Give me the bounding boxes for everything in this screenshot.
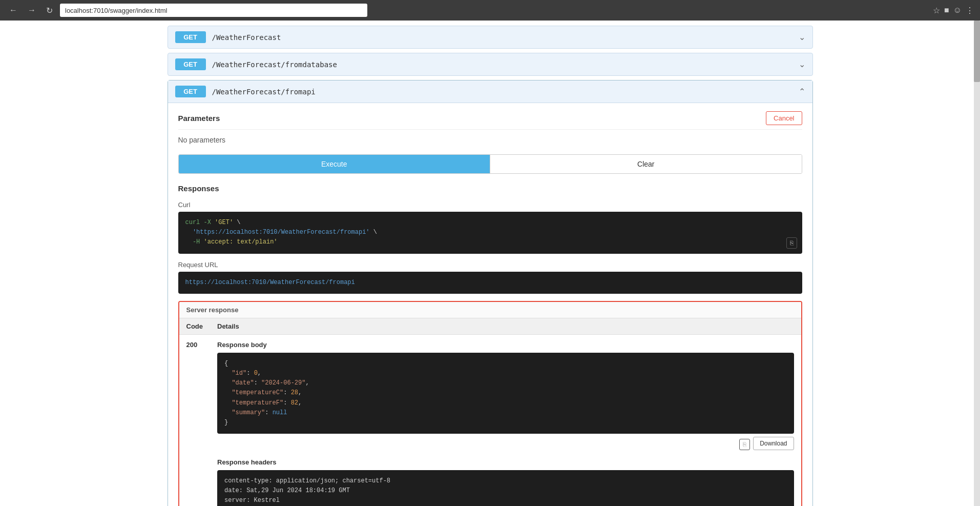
table-header-row: Code Details bbox=[179, 318, 801, 335]
reload-button[interactable]: ↻ bbox=[43, 4, 56, 17]
chevron-up-icon-3: ⌃ bbox=[799, 87, 805, 96]
endpoint-path-1: /WeatherForecast bbox=[212, 33, 281, 42]
json-line-6: "summary": null bbox=[224, 408, 787, 418]
endpoint-row-1: GET /WeatherForecast ⌄ bbox=[168, 26, 813, 49]
header-line-1: content-type: application/json; charset=… bbox=[224, 476, 787, 486]
response-table: Code Details 200 Response body bbox=[179, 318, 801, 506]
chevron-down-icon-2: ⌄ bbox=[799, 59, 805, 69]
endpoint-path-3: /WeatherForecast/fromapi bbox=[212, 88, 316, 96]
header-line-2: date: Sat,29 Jun 2024 18:04:19 GMT bbox=[224, 486, 787, 496]
back-button[interactable]: ← bbox=[6, 4, 20, 17]
details-col-header: Details bbox=[210, 318, 801, 335]
json-line-4: "temperatureC": 28, bbox=[224, 388, 787, 398]
request-url-section: Request URL https://localhost:7010/Weath… bbox=[178, 261, 802, 294]
bookmark-icon[interactable]: ☆ bbox=[933, 6, 940, 15]
curl-line-3: -H 'accept: text/plain' bbox=[185, 237, 795, 247]
profile-icon[interactable]: ☺ bbox=[953, 6, 962, 15]
endpoint-body-3: Parameters Cancel No parameters Execute … bbox=[168, 103, 812, 506]
method-badge-3: GET bbox=[175, 86, 206, 97]
forward-button[interactable]: → bbox=[25, 4, 39, 17]
scroll-thumb[interactable] bbox=[974, 21, 980, 82]
curl-code-block: curl -X 'GET' \ 'https://localhost:7010/… bbox=[178, 212, 802, 254]
server-response-label: Server response bbox=[179, 302, 801, 318]
method-badge-1: GET bbox=[175, 31, 206, 43]
endpoint-row-2: GET /WeatherForecast/fromdatabase ⌄ bbox=[168, 53, 813, 76]
action-buttons: Execute Clear bbox=[178, 154, 802, 174]
responses-title: Responses bbox=[178, 184, 802, 193]
parameters-section-header: Parameters Cancel bbox=[178, 111, 802, 130]
extensions-icon[interactable]: ■ bbox=[944, 6, 949, 15]
response-headers-label: Response headers bbox=[217, 458, 794, 466]
response-headers-block: content-type: application/json; charset=… bbox=[217, 470, 794, 506]
request-url-label: Request URL bbox=[178, 261, 802, 269]
response-code-cell: 200 bbox=[179, 334, 211, 506]
curl-line-2: 'https://localhost:7010/WeatherForecast/… bbox=[185, 228, 795, 237]
menu-icon[interactable]: ⋮ bbox=[966, 6, 974, 15]
responses-section: Responses Curl curl -X 'GET' \ 'https://… bbox=[178, 184, 802, 506]
download-button[interactable]: Download bbox=[753, 437, 794, 450]
scrollbar[interactable] bbox=[974, 21, 980, 506]
endpoint-header-left-2: GET /WeatherForecast/fromdatabase bbox=[175, 58, 337, 70]
code-col-header: Code bbox=[179, 318, 211, 335]
response-body-label: Response body bbox=[217, 341, 794, 349]
json-line-1: { bbox=[224, 359, 787, 369]
response-body-actions: ⎘ Download bbox=[217, 437, 794, 450]
endpoint-row-3-expanded: GET /WeatherForecast/fromapi ⌃ Parameter… bbox=[168, 80, 813, 506]
endpoint-path-2: /WeatherForecast/fromdatabase bbox=[212, 60, 337, 69]
response-details-cell: Response body { "id": 0, "date": "2024-0… bbox=[210, 334, 801, 506]
parameters-title: Parameters bbox=[178, 114, 220, 123]
table-row: 200 Response body { "id": 0, "date": "20… bbox=[179, 334, 801, 506]
endpoint-header-1[interactable]: GET /WeatherForecast ⌄ bbox=[168, 26, 812, 48]
json-line-7: } bbox=[224, 418, 787, 428]
swagger-container: GET /WeatherForecast ⌄ GET /WeatherForec… bbox=[157, 26, 823, 506]
curl-section: Curl curl -X 'GET' \ 'https://localhost:… bbox=[178, 201, 802, 254]
copy-curl-button[interactable]: ⎘ bbox=[786, 237, 797, 249]
endpoint-header-2[interactable]: GET /WeatherForecast/fromdatabase ⌄ bbox=[168, 53, 812, 75]
address-bar[interactable]: localhost:7010/swagger/index.html bbox=[60, 4, 367, 17]
page-content: GET /WeatherForecast ⌄ GET /WeatherForec… bbox=[0, 21, 980, 506]
request-url-block: https://localhost:7010/WeatherForecast/f… bbox=[178, 272, 802, 294]
server-response-section: Server response Code Details 200 bbox=[178, 301, 802, 506]
curl-line-1: curl -X 'GET' \ bbox=[185, 218, 795, 228]
clear-button[interactable]: Clear bbox=[490, 155, 802, 173]
copy-response-button[interactable]: ⎘ bbox=[739, 439, 750, 450]
curl-label: Curl bbox=[178, 201, 802, 209]
url-text: localhost:7010/swagger/index.html bbox=[65, 7, 167, 14]
endpoint-header-3[interactable]: GET /WeatherForecast/fromapi ⌃ bbox=[168, 80, 812, 103]
no-params-text: No parameters bbox=[178, 136, 802, 144]
header-line-3: server: Kestrel bbox=[224, 496, 787, 505]
cancel-button[interactable]: Cancel bbox=[766, 111, 802, 125]
method-badge-2: GET bbox=[175, 58, 206, 70]
request-url-value: https://localhost:7010/WeatherForecast/f… bbox=[185, 279, 355, 286]
execute-button[interactable]: Execute bbox=[179, 155, 490, 173]
json-line-2: "id": 0, bbox=[224, 369, 787, 378]
endpoint-header-left-1: GET /WeatherForecast bbox=[175, 31, 281, 43]
endpoint-header-left-3: GET /WeatherForecast/fromapi bbox=[175, 86, 316, 97]
chevron-down-icon-1: ⌄ bbox=[799, 32, 805, 42]
browser-chrome: ← → ↻ localhost:7010/swagger/index.html … bbox=[0, 0, 980, 21]
json-line-3: "date": "2024-06-29", bbox=[224, 378, 787, 388]
response-body-block: { "id": 0, "date": "2024-06-29", "temper… bbox=[217, 353, 794, 434]
browser-actions: ☆ ■ ☺ ⋮ bbox=[933, 6, 974, 15]
json-line-5: "temperatureF": 82, bbox=[224, 398, 787, 408]
